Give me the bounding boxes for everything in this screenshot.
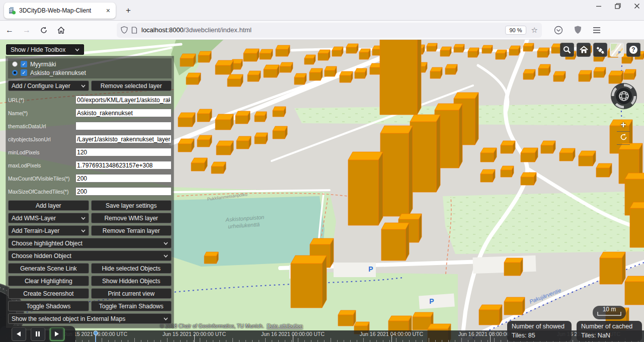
building-3d[interactable] <box>427 43 437 51</box>
building-3d[interactable] <box>198 51 211 62</box>
reload-button[interactable] <box>36 23 51 37</box>
navigation-help-button[interactable]: ? <box>626 43 640 57</box>
building-3d[interactable] <box>291 255 327 308</box>
building-3d[interactable] <box>180 54 196 66</box>
building-3d[interactable] <box>504 297 525 315</box>
play-reverse-button[interactable] <box>12 327 26 341</box>
building-3d[interactable] <box>294 73 306 84</box>
building-3d[interactable] <box>504 258 523 276</box>
building-3d[interactable] <box>521 173 536 185</box>
building-3d[interactable] <box>191 158 207 171</box>
building-3d[interactable] <box>236 136 251 149</box>
add-terrain-layer-dropdown[interactable]: Add Terrain-Layer <box>8 225 89 236</box>
layer-active-radio[interactable] <box>12 61 18 67</box>
building-3d[interactable] <box>264 65 279 77</box>
geocoder-search-button[interactable] <box>560 43 574 57</box>
building-3d[interactable] <box>521 148 538 162</box>
building-3d[interactable] <box>255 112 267 122</box>
zoom-level-badge[interactable]: 90 % <box>505 26 526 35</box>
building-3d[interactable] <box>479 305 502 325</box>
building-3d[interactable] <box>340 71 353 82</box>
building-3d[interactable] <box>273 107 286 117</box>
timeline-needle[interactable] <box>93 330 99 342</box>
adblock-shield-icon[interactable] <box>574 26 582 34</box>
building-3d[interactable] <box>482 45 493 53</box>
building-3d[interactable] <box>501 166 514 177</box>
building-3d[interactable] <box>244 49 259 61</box>
building-3d[interactable] <box>523 69 535 79</box>
toggle-shadows-button[interactable]: Toggle Shadows <box>8 301 89 311</box>
remove-selected-layer-button[interactable]: Remove selected layer <box>91 80 172 91</box>
field-input-cityobjectsjsonurl[interactable] <box>75 135 172 143</box>
building-3d[interactable] <box>538 64 550 75</box>
field-input-thematicdataurl[interactable] <box>75 122 172 130</box>
building-3d[interactable] <box>600 252 625 284</box>
building-3d[interactable] <box>480 169 495 182</box>
building-3d[interactable] <box>594 67 606 77</box>
add-configure-layer-dropdown[interactable]: Add / Configure Layer <box>8 80 89 91</box>
tracking-shield-icon[interactable] <box>121 26 128 34</box>
url-bar[interactable]: localhost:8000/3dwebclient/index.html 90… <box>117 23 542 38</box>
building-3d[interactable] <box>197 109 212 122</box>
building-3d[interactable] <box>346 44 358 53</box>
building-3d[interactable] <box>359 49 370 59</box>
remove-wms-layer-button[interactable]: Remove WMS layer <box>91 213 172 223</box>
building-3d[interactable] <box>178 113 195 127</box>
building-3d[interactable] <box>381 223 409 261</box>
building-3d[interactable] <box>318 50 330 60</box>
building-3d[interactable] <box>509 46 520 55</box>
building-3d[interactable] <box>430 67 442 78</box>
building-3d[interactable] <box>309 68 323 80</box>
building-3d[interactable] <box>186 73 201 84</box>
bookmark-star-icon[interactable]: ☆ <box>531 26 538 35</box>
url-text[interactable]: localhost:8000/3dwebclient/index.html <box>141 26 505 34</box>
base-layer-picker-button[interactable]: P <box>610 43 624 57</box>
building-3d[interactable] <box>215 114 233 130</box>
add-layer-button[interactable]: Add layer <box>8 200 89 211</box>
menu-hamburger-icon[interactable] <box>593 27 601 34</box>
building-3d[interactable] <box>178 139 194 152</box>
building-3d[interactable] <box>454 44 464 52</box>
browser-tab[interactable]: 3DCityDB-Web-Map-Client × <box>4 3 116 19</box>
building-3d[interactable] <box>624 69 636 79</box>
building-3d[interactable] <box>410 115 440 192</box>
show-hide-toolbox-button[interactable]: Show / Hide Toolbox <box>6 44 84 55</box>
show-hidden-objects-button[interactable]: Show Hidden Objects <box>91 276 172 286</box>
field-input-url[interactable] <box>75 96 172 104</box>
window-maximize-icon[interactable] <box>615 3 621 9</box>
pause-button[interactable] <box>31 327 45 341</box>
new-tab-button[interactable]: + <box>122 4 135 17</box>
tab-close-icon[interactable]: × <box>105 7 112 15</box>
building-3d[interactable] <box>625 276 644 305</box>
layer-visible-checkbox[interactable]: ✓ <box>21 61 27 67</box>
building-3d[interactable] <box>260 49 273 59</box>
building-3d[interactable] <box>501 141 515 153</box>
scene-mode-button[interactable] <box>593 43 607 57</box>
print-current-view-button[interactable]: Print current view <box>91 288 172 299</box>
building-3d[interactable] <box>579 151 596 166</box>
building-3d[interactable] <box>227 74 243 87</box>
building-3d[interactable] <box>273 126 287 139</box>
building-3d[interactable] <box>445 64 457 74</box>
building-3d[interactable] <box>440 47 451 56</box>
building-3d[interactable] <box>332 47 343 56</box>
building-3d[interactable] <box>380 39 421 115</box>
zoom-in-button[interactable]: + <box>617 120 630 130</box>
building-3d[interactable] <box>255 133 268 144</box>
home-button[interactable] <box>53 23 68 37</box>
layer-active-radio[interactable] <box>12 70 18 75</box>
field-input-maxcountofvisibletiles[interactable] <box>75 174 172 183</box>
building-3d[interactable] <box>211 162 226 174</box>
reset-view-button[interactable] <box>620 133 627 141</box>
building-3d[interactable] <box>523 43 534 51</box>
toggle-terrain-shadows-button[interactable]: Toggle Terrain Shadows <box>91 301 172 311</box>
building-3d[interactable] <box>325 66 337 76</box>
cesium-3d-map-view[interactable]: AskistonpuistonurheilukenttäPukkilanmets… <box>0 39 644 342</box>
building-3d[interactable] <box>537 48 549 57</box>
add-wms-layer-dropdown[interactable]: Add WMS-Layer <box>8 213 89 223</box>
building-3d[interactable] <box>304 55 315 64</box>
building-3d[interactable] <box>630 202 644 247</box>
field-input-maxsizeofcachedtiles[interactable] <box>75 187 172 196</box>
building-3d[interactable] <box>596 163 612 177</box>
play-forward-button[interactable] <box>50 327 64 341</box>
